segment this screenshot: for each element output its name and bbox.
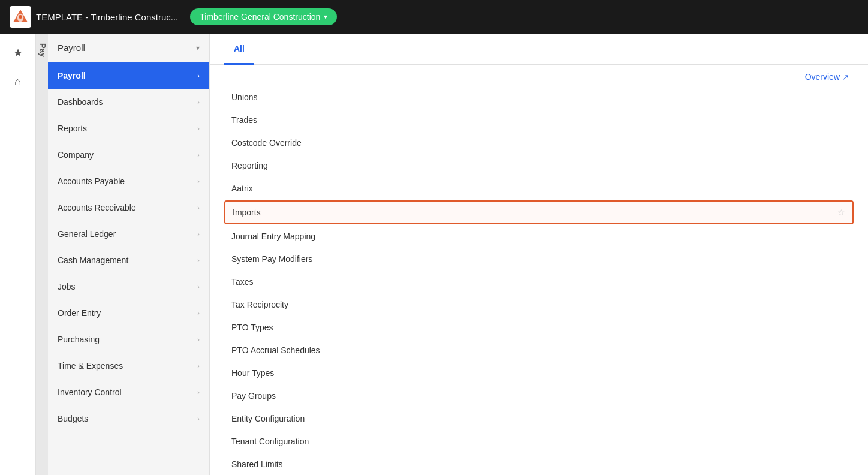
menu-item-pto-accrual-schedules[interactable]: PTO Accrual Schedules (224, 339, 854, 361)
sidebar-item-dashboards-chevron-icon: › (197, 98, 200, 106)
sidebar-item-accounts-payable-label: Accounts Payable (58, 176, 125, 186)
sidebar-item-order-entry-chevron-icon: › (197, 309, 200, 317)
menu-item-tax-reciprocity[interactable]: Tax Reciprocity (224, 294, 854, 315)
home-icon-button[interactable]: ⌂ (6, 70, 30, 94)
menu-item-aatrix-label: Aatrix (231, 184, 253, 193)
svg-point-3 (19, 15, 22, 19)
menu-item-costcode-override-label: Costcode Override (231, 138, 302, 148)
menu-item-taxes-label: Taxes (231, 277, 254, 287)
menu-item-tenant-configuration[interactable]: Tenant Configuration (224, 431, 854, 452)
sidebar-item-payroll-chevron-icon: › (197, 72, 200, 79)
sidebar-item-purchasing-label: Purchasing (58, 335, 100, 344)
menu-item-reporting-label: Reporting (231, 161, 268, 170)
sidebar-item-budgets[interactable]: Budgets › (48, 405, 209, 432)
left-nav-header-title: Payroll (58, 43, 85, 53)
sidebar-item-jobs[interactable]: Jobs › (48, 273, 209, 300)
sidebar-item-inventory-control-chevron-icon: › (197, 389, 200, 396)
star-icon: ★ (13, 46, 23, 59)
menu-item-trades[interactable]: Trades (224, 109, 854, 131)
sidebar-item-general-ledger-chevron-icon: › (197, 230, 200, 237)
menu-item-pto-types[interactable]: PTO Types (224, 317, 854, 338)
sidebar-item-cash-management-label: Cash Management (58, 255, 128, 265)
company-label: Timberline General Construction (200, 12, 320, 22)
tabs-bar: All (210, 34, 868, 65)
menu-item-taxes[interactable]: Taxes (224, 271, 854, 293)
menu-item-pto-types-label: PTO Types (231, 323, 273, 332)
sidebar-item-budgets-chevron-icon: › (197, 415, 200, 422)
sidebar-item-jobs-chevron-icon: › (197, 283, 200, 290)
left-nav-header-chevron-icon: ▾ (196, 44, 200, 52)
sidebar-item-company[interactable]: Company › (48, 142, 209, 168)
sidebar-item-order-entry[interactable]: Order Entry › (48, 300, 209, 326)
menu-item-costcode-override[interactable]: Costcode Override (224, 132, 854, 154)
menu-item-pay-groups-label: Pay Groups (231, 391, 276, 401)
sidebar-item-accounts-receivable-chevron-icon: › (197, 204, 200, 211)
sidebar-item-inventory-control[interactable]: Inventory Control › (48, 379, 209, 405)
menu-item-trades-label: Trades (231, 115, 257, 125)
company-chevron-icon: ▾ (324, 13, 327, 21)
sidebar-item-general-ledger-label: General Ledger (58, 229, 116, 239)
logo-area: TEMPLATE - Timberline Construc... (10, 6, 178, 28)
menu-item-system-pay-modifiers-label: System Pay Modifiers (231, 254, 312, 264)
overview-link[interactable]: Overview ↗ (805, 72, 849, 82)
content-area: All Overview ↗ Unions Trades Costcode Ov… (210, 34, 868, 475)
sidebar-item-dashboards-label: Dashboards (58, 97, 103, 107)
sidebar-item-accounts-payable-chevron-icon: › (197, 178, 200, 185)
sidebar-item-cash-management-chevron-icon: › (197, 257, 200, 264)
sidebar-item-budgets-label: Budgets (58, 414, 88, 423)
menu-item-journal-entry-mapping-label: Journal Entry Mapping (231, 232, 315, 241)
company-selector-button[interactable]: Timberline General Construction ▾ (190, 8, 337, 25)
menu-item-journal-entry-mapping[interactable]: Journal Entry Mapping (224, 226, 854, 247)
sidebar-item-accounts-payable[interactable]: Accounts Payable › (48, 168, 209, 194)
sidebar-item-purchasing[interactable]: Purchasing › (48, 326, 209, 353)
imports-star-icon[interactable]: ☆ (837, 208, 845, 217)
home-icon: ⌂ (14, 76, 21, 88)
menu-item-imports-label: Imports (233, 208, 261, 217)
sidebar-item-payroll-label: Payroll (58, 71, 86, 80)
external-link-icon: ↗ (842, 73, 849, 82)
topbar: TEMPLATE - Timberline Construc... Timber… (0, 0, 868, 34)
menu-item-pay-groups[interactable]: Pay Groups (224, 385, 854, 407)
sidebar-item-reports-chevron-icon: › (197, 125, 200, 132)
sidebar-item-accounts-receivable[interactable]: Accounts Receivable › (48, 194, 209, 221)
sidebar-item-company-label: Company (58, 150, 94, 160)
menu-item-shared-limits[interactable]: Shared Limits (224, 453, 854, 475)
tab-all[interactable]: All (224, 34, 254, 65)
menu-item-aatrix[interactable]: Aatrix (224, 178, 854, 199)
sidebar-item-dashboards[interactable]: Dashboards › (48, 89, 209, 115)
left-panel-bg: Pay (36, 34, 48, 475)
menu-item-unions[interactable]: Unions (224, 86, 854, 108)
menu-item-unions-label: Unions (231, 92, 258, 102)
sidebar-item-general-ledger[interactable]: General Ledger › (48, 221, 209, 247)
menu-item-reporting[interactable]: Reporting (224, 155, 854, 176)
sidebar-item-payroll[interactable]: Payroll › (48, 62, 209, 89)
sidebar-item-reports[interactable]: Reports › (48, 115, 209, 142)
menu-item-pto-accrual-schedules-label: PTO Accrual Schedules (231, 345, 320, 355)
menu-item-entity-configuration[interactable]: Entity Configuration (224, 408, 854, 429)
sidebar-item-time-expenses-chevron-icon: › (197, 362, 200, 369)
menu-item-hour-types-label: Hour Types (231, 368, 274, 378)
left-nav: Payroll ▾ Payroll › Dashboards › Reports… (48, 34, 210, 475)
menu-item-system-pay-modifiers[interactable]: System Pay Modifiers (224, 248, 854, 270)
sidebar-item-purchasing-chevron-icon: › (197, 336, 200, 343)
favorites-icon-button[interactable]: ★ (6, 41, 30, 65)
sidebar-item-jobs-label: Jobs (58, 282, 76, 291)
sidebar-item-order-entry-label: Order Entry (58, 308, 101, 318)
menu-item-hour-types[interactable]: Hour Types (224, 362, 854, 384)
sidebar-item-reports-label: Reports (58, 124, 87, 133)
sidebar-item-time-expenses[interactable]: Time & Expenses › (48, 353, 209, 379)
left-nav-header[interactable]: Payroll ▾ (48, 34, 209, 62)
menu-item-entity-configuration-label: Entity Configuration (231, 414, 305, 423)
overview-label: Overview (805, 72, 840, 82)
menu-item-imports[interactable]: Imports ☆ (224, 200, 854, 224)
icon-sidebar: ★ ⌂ (0, 34, 36, 475)
main-layout: ★ ⌂ Pay Payroll ▾ Payroll › Dashboards ›… (0, 34, 868, 475)
logo-icon (10, 6, 31, 28)
sidebar-item-company-chevron-icon: › (197, 151, 200, 158)
menu-item-shared-limits-label: Shared Limits (231, 459, 283, 469)
content-header: Overview ↗ (210, 65, 868, 86)
sidebar-item-accounts-receivable-label: Accounts Receivable (58, 203, 136, 212)
sidebar-item-time-expenses-label: Time & Expenses (58, 361, 123, 371)
tab-all-label: All (234, 44, 245, 53)
sidebar-item-cash-management[interactable]: Cash Management › (48, 247, 209, 273)
